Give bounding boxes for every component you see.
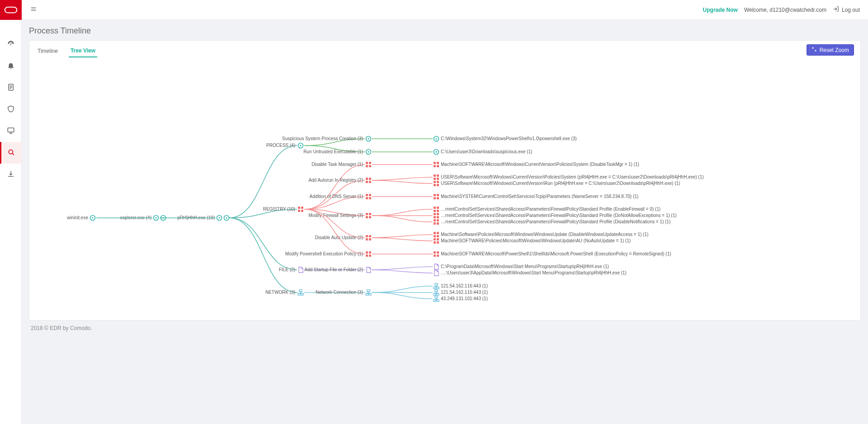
svg-point-22 xyxy=(368,138,369,139)
nav-alerts[interactable] xyxy=(0,55,22,77)
svg-point-30 xyxy=(435,151,437,152)
nav-shield[interactable] xyxy=(0,99,22,120)
svg-text:43.249.131.101:443 (1): 43.249.131.101:443 (1) xyxy=(441,296,488,301)
svg-rect-52 xyxy=(434,174,436,177)
svg-rect-110 xyxy=(366,254,368,257)
svg-rect-51 xyxy=(369,181,371,183)
svg-rect-79 xyxy=(434,210,436,212)
svg-text:Addition of DNS Server (1): Addition of DNS Server (1) xyxy=(310,194,363,199)
svg-rect-0 xyxy=(5,7,16,13)
svg-rect-123 xyxy=(298,293,300,295)
svg-rect-108 xyxy=(366,251,368,254)
svg-text:…rrentControlSet\Services\Shar: …rrentControlSet\Services\SharedAccess\P… xyxy=(441,207,660,212)
svg-point-16 xyxy=(226,217,227,218)
svg-rect-74 xyxy=(369,213,371,215)
svg-text:121.54.162.115:443 (1): 121.54.162.115:443 (1) xyxy=(441,290,488,295)
svg-rect-57 xyxy=(434,181,436,183)
svg-text:REGISTRY (10): REGISTRY (10) xyxy=(263,207,295,212)
svg-text:Machine\Software\Policies\Micr: Machine\Software\Policies\Microsoft\Wind… xyxy=(441,232,648,237)
svg-rect-84 xyxy=(434,216,436,218)
svg-rect-80 xyxy=(437,210,439,212)
process-tree[interactable]: wininit.exeexplorer.exe (4)pRt4jHhH.exe … xyxy=(29,57,860,320)
svg-rect-49 xyxy=(369,178,371,180)
svg-rect-115 xyxy=(437,254,439,257)
svg-rect-42 xyxy=(434,162,436,164)
logout-link[interactable]: Log out xyxy=(833,6,860,14)
svg-text:…:\Users\user3\AppData\Microso: …:\Users\user3\AppData\Microsoft\Windows… xyxy=(441,270,627,275)
svg-point-12 xyxy=(218,217,220,218)
svg-rect-113 xyxy=(437,251,439,254)
nav-download[interactable] xyxy=(0,164,22,185)
svg-rect-129 xyxy=(435,283,438,285)
svg-rect-124 xyxy=(301,293,303,295)
svg-rect-35 xyxy=(298,210,300,212)
shield-icon xyxy=(7,105,15,114)
nav-dashboard[interactable] xyxy=(0,33,22,55)
search-icon xyxy=(7,148,15,158)
svg-text:Machine\SOFTWARE\Microsoft\Pow: Machine\SOFTWARE\Microsoft\PowerShell\1\… xyxy=(441,251,671,256)
page-title: Process Timeline xyxy=(29,26,861,36)
svg-rect-65 xyxy=(366,197,368,199)
svg-point-28 xyxy=(368,151,369,152)
svg-text:C:\ProgramData\Microsoft\Windo: C:\ProgramData\Microsoft\Windows\Start M… xyxy=(441,264,609,269)
svg-rect-89 xyxy=(434,222,436,225)
svg-point-24 xyxy=(435,138,437,139)
svg-rect-96 xyxy=(369,238,371,240)
svg-rect-77 xyxy=(434,207,436,209)
menu-toggle-icon[interactable] xyxy=(30,6,37,14)
svg-text:121.54.162.116:443 (1): 121.54.162.116:443 (1) xyxy=(441,283,488,288)
content-panel: Timeline Tree View Reset Zoom wininit.ex… xyxy=(29,40,861,320)
nav-investigate[interactable] xyxy=(0,142,22,164)
svg-text:PROCESS (4): PROCESS (4) xyxy=(266,143,295,148)
svg-rect-139 xyxy=(437,300,439,302)
svg-text:USER\Software\Microsoft\Window: USER\Software\Microsoft\Windows\CurrentV… xyxy=(441,174,704,179)
svg-rect-64 xyxy=(369,194,371,196)
svg-text:…rrentControlSet\Services\Shar: …rrentControlSet\Services\SharedAccess\P… xyxy=(441,213,677,218)
document-icon xyxy=(7,83,15,93)
svg-rect-83 xyxy=(437,213,439,215)
svg-rect-85 xyxy=(437,216,439,218)
monitor-icon xyxy=(7,127,15,136)
svg-text:Network Connection (3): Network Connection (3) xyxy=(316,290,363,295)
svg-rect-135 xyxy=(437,293,439,295)
svg-text:Modify Powershell Execution Po: Modify Powershell Execution Policy (1) xyxy=(285,251,363,256)
nav-reports[interactable] xyxy=(0,77,22,99)
svg-point-14 xyxy=(162,217,164,218)
svg-rect-45 xyxy=(437,165,439,167)
svg-rect-90 xyxy=(437,222,439,225)
svg-rect-55 xyxy=(437,178,439,180)
svg-rect-44 xyxy=(434,165,436,167)
tab-timeline[interactable]: Timeline xyxy=(36,45,60,57)
bell-icon xyxy=(7,61,15,71)
svg-rect-82 xyxy=(434,213,436,215)
svg-rect-43 xyxy=(437,162,439,164)
svg-rect-54 xyxy=(434,178,436,180)
svg-rect-75 xyxy=(366,216,368,218)
svg-point-6 xyxy=(92,217,93,218)
svg-rect-93 xyxy=(366,235,368,237)
svg-text:Machine\SYSTEM\CurrentControlS: Machine\SYSTEM\CurrentControlSet\Service… xyxy=(441,194,638,199)
svg-text:Machine\SOFTWARE\Policies\Micr: Machine\SOFTWARE\Policies\Microsoft\Wind… xyxy=(441,238,631,243)
nav-endpoints[interactable] xyxy=(0,120,22,142)
tab-treeview[interactable]: Tree View xyxy=(69,45,97,57)
svg-rect-33 xyxy=(298,207,300,209)
upgrade-link[interactable]: Upgrade Now xyxy=(703,7,738,13)
svg-rect-34 xyxy=(301,207,303,209)
svg-rect-131 xyxy=(437,287,439,289)
svg-rect-98 xyxy=(437,232,439,234)
svg-rect-68 xyxy=(437,194,439,196)
expand-icon xyxy=(811,47,817,53)
reset-zoom-label: Reset Zoom xyxy=(820,47,849,53)
svg-rect-103 xyxy=(437,238,439,240)
svg-rect-100 xyxy=(437,235,439,237)
svg-rect-50 xyxy=(366,181,368,183)
svg-rect-70 xyxy=(437,197,439,199)
svg-rect-2 xyxy=(8,128,14,132)
reset-zoom-button[interactable]: Reset Zoom xyxy=(807,44,854,56)
svg-rect-105 xyxy=(437,241,439,244)
download-icon xyxy=(7,170,15,179)
svg-rect-63 xyxy=(366,194,368,196)
svg-rect-112 xyxy=(434,251,436,254)
svg-rect-134 xyxy=(434,293,436,295)
svg-rect-99 xyxy=(434,235,436,237)
